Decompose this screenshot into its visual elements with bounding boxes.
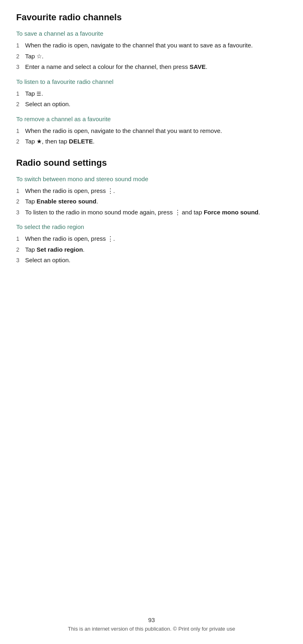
step-item: 1 Tap ☰. <box>16 89 287 98</box>
page-number: 93 <box>0 616 303 623</box>
step-text: Tap Set radio region. <box>25 245 287 255</box>
step-number: 2 <box>16 245 25 254</box>
star-filled-icon: ★ <box>36 138 42 145</box>
subsection-title-mono-stereo: To switch between mono and stereo sound … <box>16 175 287 182</box>
step-number: 2 <box>16 52 25 61</box>
step-text: When the radio is open, press ⋮. <box>25 234 287 244</box>
more-options-icon-2: ⋮ <box>175 209 180 216</box>
step-item: 1 When the radio is open, press ⋮. <box>16 186 287 196</box>
step-item: 1 When the radio is open, navigate to th… <box>16 126 287 136</box>
steps-mono-stereo: 1 When the radio is open, press ⋮. 2 Tap… <box>16 186 287 217</box>
subsection-title-listen: To listen to a favourite radio channel <box>16 78 287 85</box>
step-text: Select an option. <box>25 100 287 109</box>
step-text: Enter a name and select a colour for the… <box>25 62 287 72</box>
subsection-title-remove: To remove a channel as a favourite <box>16 116 287 122</box>
step-number: 3 <box>16 62 25 71</box>
more-options-icon: ⋮ <box>107 187 113 194</box>
steps-save-favourite: 1 When the radio is open, navigate to th… <box>16 41 287 72</box>
step-number: 3 <box>16 256 25 265</box>
more-options-icon-3: ⋮ <box>107 235 113 242</box>
step-number: 2 <box>16 100 25 109</box>
menu-icon: ☰ <box>36 91 41 97</box>
subsection-title-save: To save a channel as a favourite <box>16 30 287 37</box>
step-number: 2 <box>16 137 25 146</box>
step-text: Tap ☰. <box>25 89 287 98</box>
step-item: 2 Tap ★, then tap DELETE. <box>16 137 287 146</box>
force-mono-label: Force mono sound <box>204 209 258 216</box>
step-number: 1 <box>16 234 25 243</box>
subsection-title-radio-region: To select the radio region <box>16 223 287 230</box>
page-footer: 93 This is an internet version of this p… <box>0 616 303 632</box>
delete-label: DELETE <box>69 138 93 145</box>
step-number: 1 <box>16 41 25 50</box>
step-text: Tap ☆. <box>25 52 287 61</box>
step-item: 2 Tap Set radio region. <box>16 245 287 255</box>
section-title-radio-sound: Radio sound settings <box>16 158 287 168</box>
step-item: 1 When the radio is open, navigate to th… <box>16 41 287 50</box>
star-outline-icon: ☆ <box>36 53 42 60</box>
step-item: 2 Select an option. <box>16 100 287 109</box>
step-text: Tap Enable stereo sound. <box>25 197 287 206</box>
step-number: 3 <box>16 208 25 217</box>
step-item: 1 When the radio is open, press ⋮. <box>16 234 287 244</box>
step-item: 3 To listen to the radio in mono sound m… <box>16 208 287 217</box>
steps-listen-favourite: 1 Tap ☰. 2 Select an option. <box>16 89 287 109</box>
step-item: 2 Tap Enable stereo sound. <box>16 197 287 206</box>
section-title-favourite: Favourite radio channels <box>16 12 287 23</box>
step-number: 1 <box>16 186 25 195</box>
set-radio-region-label: Set radio region <box>36 246 83 253</box>
steps-radio-region: 1 When the radio is open, press ⋮. 2 Tap… <box>16 234 287 265</box>
step-number: 1 <box>16 89 25 98</box>
step-text: When the radio is open, navigate to the … <box>25 126 287 136</box>
enable-stereo-label: Enable stereo sound <box>36 198 96 205</box>
step-number: 2 <box>16 197 25 206</box>
page-content: Favourite radio channels To save a chann… <box>0 0 303 302</box>
step-item: 3 Enter a name and select a colour for t… <box>16 62 287 72</box>
step-text: Select an option. <box>25 256 287 265</box>
footer-text: This is an internet version of this publ… <box>0 626 303 632</box>
steps-remove-favourite: 1 When the radio is open, navigate to th… <box>16 126 287 146</box>
step-text: Tap ★, then tap DELETE. <box>25 137 287 146</box>
step-text: To listen to the radio in mono sound mod… <box>25 208 287 217</box>
step-text: When the radio is open, press ⋮. <box>25 186 287 196</box>
save-label: SAVE <box>190 63 206 70</box>
step-item: 3 Select an option. <box>16 256 287 265</box>
step-number: 1 <box>16 126 25 135</box>
step-text: When the radio is open, navigate to the … <box>25 41 287 50</box>
step-item: 2 Tap ☆. <box>16 52 287 61</box>
